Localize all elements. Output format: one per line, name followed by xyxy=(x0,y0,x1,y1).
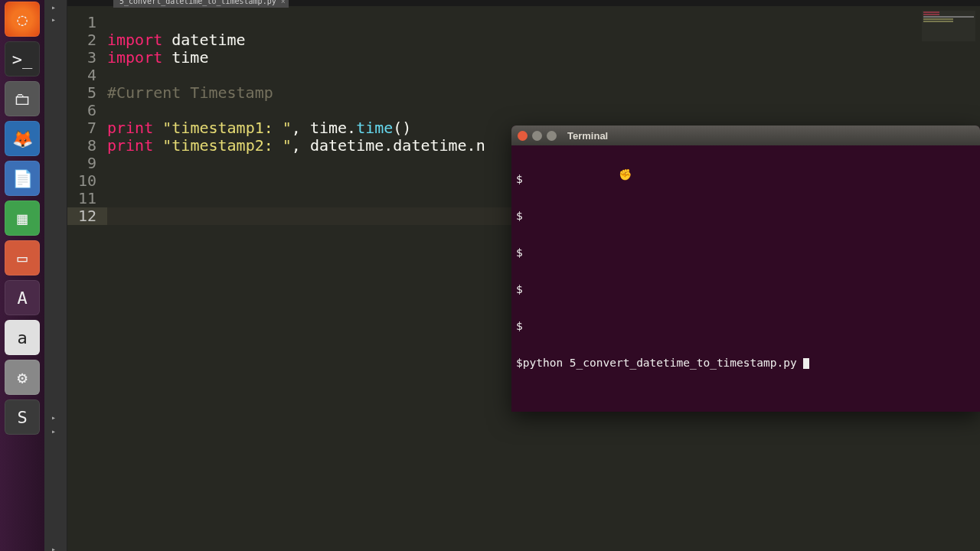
tab-title: 5_convert_datetime_to_timestamp.py xyxy=(119,0,276,5)
terminal-line: $ xyxy=(516,283,975,295)
launcher-sublime-icon[interactable]: S xyxy=(5,399,40,435)
project-sidebar-collapsed[interactable]: ▸ ▸ ▸ ▸ ▸ xyxy=(44,0,67,551)
line-number: 9 xyxy=(67,155,107,172)
code-text: #Current Timestamp xyxy=(107,84,273,102)
folder-arrow-icon[interactable]: ▸ xyxy=(51,413,56,422)
minimap[interactable] xyxy=(922,11,975,41)
terminal-body[interactable]: $ $ $ $ $ $python 5_convert_datetime_to_… xyxy=(511,145,980,412)
line-number: 2 xyxy=(67,31,107,49)
terminal-line: $ xyxy=(516,210,975,222)
line-number: 8 xyxy=(67,137,107,155)
unity-launcher: ◌ >_ 🗀 🦊 📄 ▦ ▭ A a ⚙ S xyxy=(0,0,44,551)
code-text xyxy=(107,14,116,31)
terminal-title: Terminal xyxy=(567,130,608,142)
launcher-calc-icon[interactable]: ▦ xyxy=(5,201,40,236)
tab-close-icon[interactable]: × xyxy=(281,0,286,6)
grab-cursor-icon: ✊ xyxy=(619,168,632,181)
code-text: import datetime xyxy=(107,31,246,49)
folder-arrow-icon[interactable]: ▸ xyxy=(51,3,56,11)
window-maximize-icon[interactable] xyxy=(547,131,557,141)
launcher-dash-icon[interactable]: ◌ xyxy=(5,2,40,37)
line-number: 12 xyxy=(67,207,107,225)
terminal-window: Terminal $ $ $ $ $ $python 5_convert_dat… xyxy=(511,126,980,412)
folder-arrow-icon[interactable]: ▸ xyxy=(51,545,56,551)
code-text xyxy=(107,102,116,119)
window-minimize-icon[interactable] xyxy=(532,131,542,141)
terminal-line: $ xyxy=(516,320,975,332)
launcher-appstore-icon[interactable]: A xyxy=(5,280,40,315)
terminal-line: $python 5_convert_datetime_to_timestamp.… xyxy=(516,357,975,369)
line-number: 5 xyxy=(67,84,107,102)
code-text xyxy=(107,190,116,207)
launcher-impress-icon[interactable]: ▭ xyxy=(5,240,40,276)
launcher-amazon-icon[interactable]: a xyxy=(5,320,40,355)
launcher-settings-icon[interactable]: ⚙ xyxy=(5,360,40,395)
terminal-line: $ xyxy=(516,173,975,185)
editor-tab-bar: 5_convert_datetime_to_timestamp.py × xyxy=(67,0,980,6)
folder-arrow-icon[interactable]: ▸ xyxy=(51,15,56,24)
terminal-titlebar[interactable]: Terminal xyxy=(511,126,980,145)
code-text xyxy=(107,155,116,172)
launcher-files-icon[interactable]: 🗀 xyxy=(5,81,40,116)
code-text: import time xyxy=(107,49,208,67)
launcher-writer-icon[interactable]: 📄 xyxy=(5,161,40,196)
code-text: print "timestamp1: ", time.time() xyxy=(107,119,411,137)
line-number: 11 xyxy=(67,190,107,207)
launcher-terminal-icon[interactable]: >_ xyxy=(5,41,40,77)
window-close-icon[interactable] xyxy=(518,131,528,141)
code-text xyxy=(107,67,116,84)
line-number: 7 xyxy=(67,119,107,137)
folder-arrow-icon[interactable]: ▸ xyxy=(51,427,56,435)
terminal-line: $ xyxy=(516,246,975,259)
launcher-firefox-icon[interactable]: 🦊 xyxy=(5,121,40,156)
line-number: 10 xyxy=(67,172,107,190)
code-text xyxy=(107,207,116,225)
code-text: print "timestamp2: ", datetime.datetime.… xyxy=(107,137,485,155)
line-number: 6 xyxy=(67,102,107,119)
line-number: 1 xyxy=(67,14,107,31)
line-number: 4 xyxy=(67,67,107,84)
terminal-cursor xyxy=(803,358,809,369)
code-text xyxy=(107,172,116,190)
line-number: 3 xyxy=(67,49,107,67)
